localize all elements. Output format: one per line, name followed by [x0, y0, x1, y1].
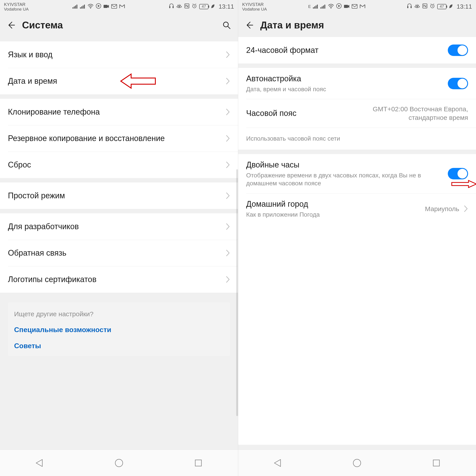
nav-back-button[interactable]: [34, 457, 46, 469]
nav-bar: [0, 450, 238, 476]
content-area: Язык и ввод Дата и время Клонирование те…: [0, 37, 238, 450]
row-label: Дата и время: [8, 76, 221, 86]
back-button[interactable]: [6, 20, 16, 30]
row-label: Логотипы сертификатов: [8, 274, 221, 285]
header: Дата и время: [238, 13, 476, 37]
svg-marker-10: [98, 5, 100, 7]
settings-group: Клонирование телефона Резервное копирова…: [0, 99, 238, 178]
mail-icon: [111, 3, 117, 10]
svg-marker-12: [107, 5, 109, 8]
nav-bar: [238, 450, 476, 476]
svg-marker-39: [338, 5, 340, 7]
alarm-icon: [192, 3, 197, 10]
row-subtitle: Использовать часовой пояс сети: [246, 135, 468, 143]
row-cert-logos[interactable]: Логотипы сертификатов: [0, 266, 238, 293]
row-feedback[interactable]: Обратная связь: [0, 240, 238, 266]
svg-rect-32: [317, 5, 318, 9]
phone-screen-system: KYIVSTAR Vodafone UA: [0, 0, 238, 476]
chevron-right-icon: [464, 205, 468, 212]
svg-rect-44: [410, 6, 412, 8]
nav-home-button[interactable]: [113, 457, 125, 469]
svg-rect-42: [352, 4, 357, 8]
svg-rect-35: [323, 5, 324, 9]
svg-rect-5: [81, 6, 82, 9]
carrier-1: KYIVSTAR: [242, 2, 267, 7]
battery-level: 47: [440, 4, 444, 9]
row-backup-restore[interactable]: Резервное копирование и восстановление: [0, 125, 238, 152]
row-language-input[interactable]: Язык и ввод: [0, 41, 238, 68]
svg-rect-28: [195, 460, 202, 466]
svg-rect-33: [321, 7, 321, 9]
svg-rect-3: [76, 5, 77, 9]
row-subtitle: Как в приложении Погода: [246, 211, 421, 219]
row-value: Мариуполь: [425, 204, 459, 213]
row-auto-setup[interactable]: Автонастройка Дата, время и часовой пояс: [238, 68, 476, 99]
row-label: Язык и ввод: [8, 50, 221, 60]
edge-indicator: E: [308, 4, 311, 9]
row-simple-mode[interactable]: Простой режим: [0, 183, 238, 209]
svg-rect-2: [75, 5, 76, 9]
carrier-2: Vodafone UA: [242, 7, 267, 11]
carrier-2: Vodafone UA: [4, 7, 29, 11]
headphones-icon: [407, 3, 412, 10]
back-button[interactable]: [244, 20, 254, 30]
svg-point-8: [90, 8, 91, 9]
eye-icon: [414, 3, 420, 10]
svg-line-23: [195, 4, 196, 4]
chevron-right-icon: [226, 135, 230, 142]
chevron-right-icon: [226, 108, 230, 116]
chevron-right-icon: [226, 51, 230, 58]
svg-point-24: [223, 22, 228, 27]
chevron-right-icon: [226, 161, 230, 169]
row-dual-clock[interactable]: Двойные часы Отображение времени в двух …: [238, 154, 476, 193]
row-home-city[interactable]: Домашний город Как в приложении Погода М…: [238, 193, 476, 224]
status-icons-right: 47 13:11: [169, 3, 234, 10]
nav-back-button[interactable]: [272, 457, 284, 469]
status-icons-left-mid: E: [308, 3, 365, 10]
settings-group: 24-часовой формат: [238, 37, 476, 64]
row-value: GMT+02:00 Восточная Европа, стандартное …: [354, 105, 468, 122]
link-tips[interactable]: Советы: [14, 342, 224, 350]
svg-rect-30: [314, 6, 315, 9]
row-label: Автонастройка: [246, 74, 443, 84]
toggle-switch[interactable]: [448, 78, 468, 89]
nav-recent-button[interactable]: [192, 457, 204, 469]
camera-icon: [344, 3, 350, 10]
leaf-icon: [449, 3, 453, 10]
battery-icon: 47: [199, 4, 208, 9]
svg-rect-7: [84, 5, 85, 9]
nav-home-button[interactable]: [351, 457, 363, 469]
status-icons-right: 47 13:11: [407, 3, 472, 10]
settings-group: Язык и ввод Дата и время: [0, 41, 238, 94]
signal2-icon: [80, 3, 85, 10]
row-label: Простой режим: [8, 191, 221, 201]
phone-screen-datetime: KYIVSTAR Vodafone UA E 47 13:11 Дата: [238, 0, 476, 476]
gmail-icon: [119, 3, 125, 10]
svg-rect-55: [433, 460, 440, 466]
row-date-time[interactable]: Дата и время: [0, 68, 238, 94]
play-icon: [96, 3, 101, 10]
svg-point-45: [416, 6, 418, 7]
row-24h-format[interactable]: 24-часовой формат: [238, 37, 476, 64]
row-phone-clone[interactable]: Клонирование телефона: [0, 99, 238, 125]
row-reset[interactable]: Сброс: [0, 152, 238, 178]
toggle-switch[interactable]: [448, 45, 468, 56]
svg-rect-4: [80, 7, 81, 9]
settings-group: Двойные часы Отображение времени в двух …: [238, 154, 476, 224]
row-label: Клонирование телефона: [8, 107, 221, 117]
link-accessibility[interactable]: Специальные возможности: [14, 326, 224, 334]
settings-group: Для разработчиков Обратная связь Логотип…: [0, 213, 238, 293]
toggle-switch[interactable]: [448, 168, 468, 179]
svg-line-51: [431, 4, 431, 4]
svg-line-22: [193, 4, 193, 4]
nav-recent-button[interactable]: [430, 457, 442, 469]
search-button[interactable]: [221, 20, 232, 30]
status-bar: KYIVSTAR Vodafone UA E 47 13:11: [238, 0, 476, 13]
status-time: 13:11: [457, 3, 472, 10]
chevron-right-icon: [226, 276, 230, 283]
svg-marker-26: [36, 459, 42, 467]
svg-rect-40: [344, 5, 348, 8]
row-developer-options[interactable]: Для разработчиков: [0, 213, 238, 240]
wifi-icon: [87, 3, 94, 10]
page-title: Система: [22, 20, 215, 31]
